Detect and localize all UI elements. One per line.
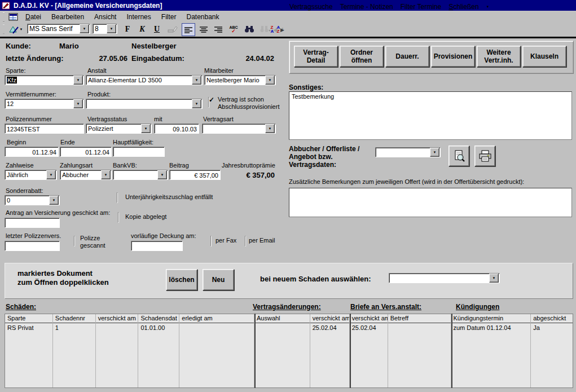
bankvb-select[interactable]: ▼ <box>113 170 168 180</box>
chevron-down-icon[interactable]: ▼ <box>265 124 275 133</box>
col-va-verschickt-am: verschickt am: 25.02.04 <box>310 314 350 387</box>
polizzenvers-input[interactable] <box>5 241 60 251</box>
table-cell[interactable] <box>254 323 310 332</box>
align-right-button[interactable] <box>212 23 225 35</box>
font-name-select[interactable]: MS Sans Serif ▼ <box>27 24 90 34</box>
format-painter-button[interactable] <box>166 23 179 35</box>
menu-filter[interactable]: Filter <box>156 12 182 22</box>
eingabedatum-label: Eingabedatum: <box>131 54 184 63</box>
chevron-down-icon[interactable]: ▼ <box>265 76 275 85</box>
table-cell[interactable]: 25.02.04 <box>310 323 349 332</box>
table-cell[interactable]: RS Privat <box>5 323 52 332</box>
next-record-icon[interactable]: ▶ <box>280 27 284 33</box>
table-cell[interactable] <box>388 323 451 332</box>
chevron-down-icon[interactable]: ▼ <box>430 148 439 157</box>
chevron-down-icon[interactable]: ▼ <box>107 24 116 33</box>
sort-descending-button[interactable]: Z A ↓ <box>261 23 273 35</box>
chevron-down-icon[interactable]: ▼ <box>141 124 151 133</box>
underline-button[interactable]: U <box>151 23 162 35</box>
form-view-icon[interactable] <box>8 13 18 21</box>
chevron-down-icon[interactable]: ▼ <box>192 76 201 85</box>
loeschen-button[interactable]: löschen <box>166 269 197 290</box>
sonderrabatt-select[interactable]: 0 ▼ <box>5 195 60 205</box>
toolbar-grip-handle[interactable] <box>3 25 5 34</box>
beitrag-label: Beitrag <box>169 162 189 169</box>
dauerrechnung-button[interactable]: Dauerr. <box>385 46 429 67</box>
find-button[interactable] <box>243 23 256 35</box>
chevron-down-icon[interactable]: ▼ <box>49 196 59 205</box>
toolbar-options-icon[interactable]: ▼ <box>486 5 490 8</box>
table-cell[interactable]: 01.01.00 <box>138 323 179 332</box>
previous-record-icon[interactable]: ◀ <box>273 27 277 33</box>
menu-bearbeiten[interactable]: Bearbeiten <box>46 12 89 22</box>
align-left-button[interactable] <box>182 23 195 36</box>
hauptfaelligkeit-input[interactable] <box>113 147 165 157</box>
ende-input[interactable]: 01.12.04 <box>60 147 112 157</box>
chevron-down-icon[interactable]: ▼ <box>101 170 111 179</box>
font-size-select[interactable]: 8 ▼ <box>93 24 117 34</box>
weitere-vertragsinhalte-button[interactable]: Weitere Vertr.inh. <box>477 46 521 67</box>
polizzennummer-input[interactable]: 12345TEST <box>5 124 84 134</box>
chevron-down-icon[interactable]: ▼ <box>80 24 89 33</box>
per-email-checkbox[interactable]: ✓ <box>245 236 246 246</box>
provisionen-button[interactable]: Provisionen <box>431 46 475 67</box>
antrag-input[interactable] <box>5 218 60 228</box>
beitrag-input[interactable]: € 357,00 <box>169 170 221 180</box>
neu-button[interactable]: Neu <box>203 269 234 290</box>
zusatz-bemerkungen-textarea[interactable] <box>289 188 572 217</box>
anstalt-select[interactable]: Allianz-Elementar LD 3500 ▼ <box>86 75 203 85</box>
vertragsstatus-select[interactable]: Polizziert ▼ <box>86 124 152 134</box>
menu-ansicht[interactable]: Ansicht <box>89 12 121 22</box>
abschlussprovisioniert-checkbox[interactable]: ✓ <box>208 97 209 108</box>
chevron-down-icon[interactable]: ▼ <box>157 170 167 179</box>
bold-button[interactable]: F <box>122 23 133 35</box>
schliessen-button[interactable]: Schließen <box>449 3 478 11</box>
mit-input[interactable]: 09.10.03 <box>154 124 199 134</box>
neuer-schaden-select[interactable]: ▼ <box>389 273 500 283</box>
table-cell[interactable] <box>96 323 138 332</box>
polizze-gescannt-checkbox[interactable]: ✓ <box>74 236 75 246</box>
ordner-oeffnen-button[interactable]: Ordner öffnen <box>340 46 384 67</box>
klauseln-button[interactable]: Klauseln <box>522 46 566 67</box>
chevron-down-icon[interactable]: ▼ <box>73 76 83 85</box>
table-cell[interactable]: 25.02.04 <box>350 323 388 332</box>
unterjaehrigkeitszuschlag-checkbox[interactable]: ✓ <box>117 192 118 203</box>
table-cell[interactable]: zum Datum 01.12.04 <box>451 323 531 332</box>
vertragsart-select[interactable]: ▼ <box>202 124 276 134</box>
chevron-down-icon[interactable]: ▼ <box>489 274 499 283</box>
filter-termine-button[interactable]: Filter Termine <box>401 3 441 11</box>
vertrag-detail-button[interactable]: Vertrag- Detail <box>294 46 338 67</box>
kopie-abgelegt-checkbox[interactable]: ✓ <box>118 212 119 223</box>
vertragssuche-button[interactable]: Vertragssuche <box>289 3 333 11</box>
chevron-down-icon[interactable]: ▼ <box>46 170 56 179</box>
vermittlernummer-select[interactable]: 12 ▼ <box>5 99 84 109</box>
menu-grip-handle[interactable] <box>3 12 5 21</box>
col-auswahl: Auswahl <box>254 314 310 387</box>
chevron-down-icon[interactable]: ▼ <box>192 99 201 108</box>
per-fax-checkbox[interactable]: ✓ <box>210 236 212 246</box>
align-center-button[interactable] <box>197 23 210 35</box>
produkt-select[interactable]: ▼ <box>86 99 203 109</box>
design-view-icon <box>8 25 19 34</box>
print-button[interactable] <box>474 146 495 166</box>
spellcheck-button[interactable]: ABC ✓ <box>227 23 240 35</box>
design-view-button[interactable]: ▼ <box>6 23 25 35</box>
termine-notizen-button[interactable]: Termine - Notizen <box>340 3 393 11</box>
table-cell[interactable]: Ja <box>531 323 573 332</box>
menu-internes[interactable]: Internes <box>121 12 156 22</box>
beginn-input[interactable]: 01.12.94 <box>5 147 59 157</box>
sonstiges-textarea[interactable]: Testbemerkung <box>289 91 572 140</box>
sparte-select[interactable]: Kfz ▼ <box>5 75 84 85</box>
table-cell[interactable] <box>179 323 254 332</box>
zahlungsart-select[interactable]: Abbucher ▼ <box>60 170 112 180</box>
italic-button[interactable]: K <box>137 23 148 35</box>
mitarbeiter-select[interactable]: Nestelberger Mario ▼ <box>204 75 276 85</box>
chevron-down-icon[interactable]: ▼ <box>73 99 83 108</box>
deckung-input[interactable] <box>131 241 183 251</box>
menu-datenbank[interactable]: Datenbank <box>181 12 224 22</box>
print-preview-button[interactable] <box>449 146 469 166</box>
zahlweise-select[interactable]: Jährlich ▼ <box>5 170 57 180</box>
table-cell[interactable]: 1 <box>53 323 95 332</box>
abbucher-offerliste-select[interactable]: ▼ <box>375 147 441 157</box>
menu-datei[interactable]: Datei <box>20 12 46 22</box>
